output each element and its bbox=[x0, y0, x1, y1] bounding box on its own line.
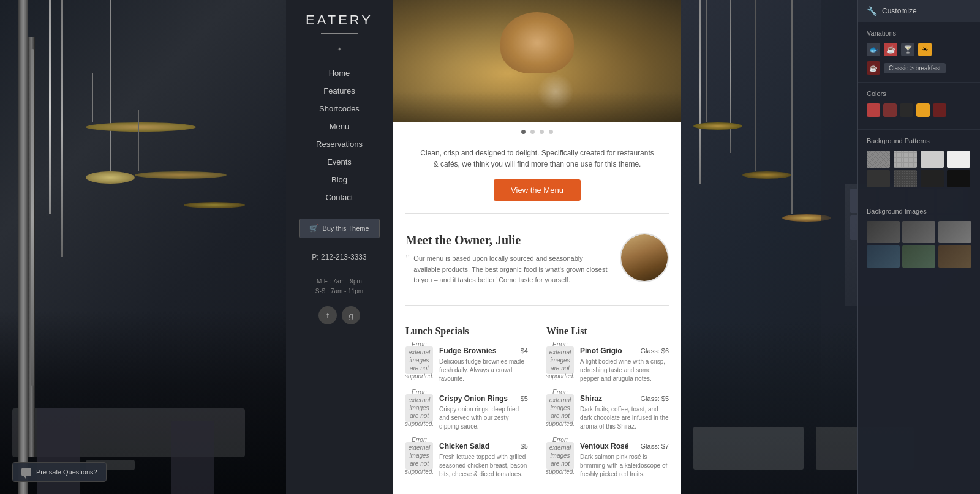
bg-image-2[interactable] bbox=[902, 221, 935, 243]
color-swatch-5[interactable] bbox=[933, 103, 946, 117]
dot-4[interactable] bbox=[549, 130, 553, 134]
hours-weekday: M-F : 7am - 9pm bbox=[309, 277, 370, 286]
variation-sun-icon[interactable]: ☀ bbox=[918, 43, 932, 56]
menu-columns: Lunch Specials Error: external images ar… bbox=[393, 316, 681, 494]
wine-img-error-2: Error: external images are not supported… bbox=[546, 388, 575, 428]
lunch-specials-title: Lunch Specials bbox=[405, 326, 528, 337]
variation-coffee-icon[interactable]: ☕ bbox=[867, 61, 880, 75]
nav-shortcodes[interactable]: Shortcodes bbox=[286, 100, 393, 118]
lamp-decoration bbox=[80, 0, 153, 122]
bg-image-6[interactable] bbox=[938, 245, 971, 268]
section-divider-1 bbox=[405, 213, 669, 214]
variations-title: Variations bbox=[867, 29, 971, 37]
nav-home[interactable]: Home bbox=[286, 64, 393, 82]
pattern-8[interactable] bbox=[947, 170, 970, 187]
color-swatch-3[interactable] bbox=[900, 103, 913, 117]
bg-right: 🔧 Customize Variations 🐟 ☕ 🍸 ☀ ☕ Classic… bbox=[681, 0, 980, 494]
hero-hand bbox=[500, 12, 574, 73]
pattern-4[interactable] bbox=[947, 151, 970, 168]
color-swatch-4[interactable] bbox=[916, 103, 930, 117]
variations-section: Variations 🐟 ☕ 🍸 ☀ ☕ Classic > breakfast bbox=[858, 22, 980, 83]
img-error-1: Error: external images are not supported… bbox=[405, 340, 434, 380]
phone-number: P: 212-213-3333 bbox=[309, 253, 370, 261]
customize-header: 🔧 Customize bbox=[858, 0, 980, 22]
lunch-item-1-price: $4 bbox=[521, 347, 528, 354]
color-swatch-1[interactable] bbox=[867, 103, 880, 117]
lunch-item-1-desc: Delicious fudge brownies made fresh dail… bbox=[439, 357, 528, 383]
patterns-section: Background Patterns bbox=[858, 130, 980, 200]
nav-events[interactable]: Events bbox=[286, 153, 393, 171]
pattern-5[interactable] bbox=[867, 170, 890, 187]
pattern-1[interactable] bbox=[867, 151, 890, 168]
wine-item-3-image: Error: external images are not supported… bbox=[546, 442, 574, 470]
facebook-icon[interactable]: f bbox=[318, 306, 337, 324]
wine-item-1-image: Error: external images are not supported… bbox=[546, 346, 574, 374]
lunch-specials-col: Lunch Specials Error: external images ar… bbox=[405, 326, 528, 490]
quote-mark: " bbox=[405, 253, 410, 264]
presale-chat[interactable]: Pre-sale Questions? bbox=[12, 462, 107, 482]
slideshow-dots bbox=[393, 122, 681, 141]
hours-divider bbox=[309, 269, 370, 269]
nav-blog[interactable]: Blog bbox=[286, 171, 393, 189]
colors-title: Colors bbox=[867, 90, 971, 97]
lunch-item-2-image: Error: external images are not supported… bbox=[405, 394, 433, 422]
wine-list-col: Wine List Error: external images are not… bbox=[546, 326, 669, 490]
dot-3[interactable] bbox=[540, 130, 544, 134]
lunch-item-3-name: Chicken Salad bbox=[439, 442, 489, 451]
list-item: Error: external images are not supported… bbox=[405, 442, 528, 479]
list-item: Error: external images are not supported… bbox=[405, 394, 528, 431]
owner-avatar bbox=[620, 233, 669, 282]
hero-caption: Clean, crisp and designed to delight. Sp… bbox=[393, 141, 681, 179]
list-item: Error: external images are not supported… bbox=[405, 346, 528, 383]
variation-cocktail-icon[interactable]: 🍸 bbox=[901, 43, 914, 56]
google-icon[interactable]: g bbox=[342, 306, 360, 324]
presale-label: Pre-sale Questions? bbox=[36, 468, 97, 476]
wine-item-1-price: Glass: $6 bbox=[641, 347, 669, 354]
sidebar-divider bbox=[321, 33, 358, 34]
lunch-item-3-price: $5 bbox=[521, 443, 528, 450]
list-item: Error: external images are not supported… bbox=[546, 394, 669, 431]
bg-image-4[interactable] bbox=[867, 245, 900, 268]
list-item: Error: external images are not supported… bbox=[546, 346, 669, 383]
lunch-item-2-name: Crispy Onion Rings bbox=[439, 394, 508, 403]
list-item: Error: external images are not supported… bbox=[546, 442, 669, 479]
pattern-2[interactable] bbox=[894, 151, 917, 168]
main-content: Clean, crisp and designed to delight. Sp… bbox=[393, 0, 681, 494]
nav-menu[interactable]: Menu bbox=[286, 118, 393, 135]
customize-panel: 🔧 Customize Variations 🐟 ☕ 🍸 ☀ ☕ Classic… bbox=[858, 0, 980, 494]
nav-reservations[interactable]: Reservations bbox=[286, 135, 393, 153]
lunch-item-3-image: Error: external images are not supported… bbox=[405, 442, 433, 470]
owner-quote: Our menu is based upon locally sourced a… bbox=[413, 253, 608, 286]
lunch-item-3-desc: Fresh lettuce topped with grilled season… bbox=[439, 453, 528, 479]
wine-item-2-price: Glass: $5 bbox=[641, 395, 669, 402]
pattern-6[interactable] bbox=[894, 170, 917, 187]
variation-mug-icon[interactable]: ☕ bbox=[884, 43, 897, 56]
hero-image bbox=[393, 0, 681, 122]
pattern-7[interactable] bbox=[921, 170, 944, 187]
site-title: EATERY bbox=[306, 12, 373, 28]
social-links: f g bbox=[318, 306, 360, 324]
view-menu-button[interactable]: View the Menu bbox=[494, 179, 581, 201]
pattern-3[interactable] bbox=[921, 151, 944, 168]
color-swatch-2[interactable] bbox=[883, 103, 897, 117]
bg-image-1[interactable] bbox=[867, 221, 900, 243]
variation-classic-label[interactable]: Classic > breakfast bbox=[884, 63, 946, 73]
patterns-title: Background Patterns bbox=[867, 137, 971, 144]
wine-item-3-price: Glass: $7 bbox=[641, 443, 669, 450]
nav-contact[interactable]: Contact bbox=[286, 189, 393, 206]
wine-item-1-desc: A light bodied wine with a crisp, refres… bbox=[580, 357, 669, 383]
buy-theme-button[interactable]: 🛒 Buy this Theme bbox=[299, 219, 379, 238]
lunch-item-1-name: Fudge Brownies bbox=[439, 346, 496, 355]
img-error-2: Error: external images are not supported… bbox=[405, 388, 434, 428]
customize-title: Customize bbox=[882, 7, 917, 15]
variation-fish-icon[interactable]: 🐟 bbox=[867, 43, 880, 56]
bg-image-3[interactable] bbox=[938, 221, 971, 243]
nav-features[interactable]: Features bbox=[286, 82, 393, 100]
dot-1[interactable] bbox=[521, 130, 526, 134]
cart-icon: 🛒 bbox=[309, 224, 318, 233]
dot-2[interactable] bbox=[530, 130, 535, 134]
wine-item-3-name: Ventoux Rosé bbox=[580, 442, 628, 451]
owner-title: Meet the Owner, Julie bbox=[405, 233, 608, 247]
bg-image-5[interactable] bbox=[902, 245, 935, 268]
wine-item-2-name: Shiraz bbox=[580, 394, 602, 403]
